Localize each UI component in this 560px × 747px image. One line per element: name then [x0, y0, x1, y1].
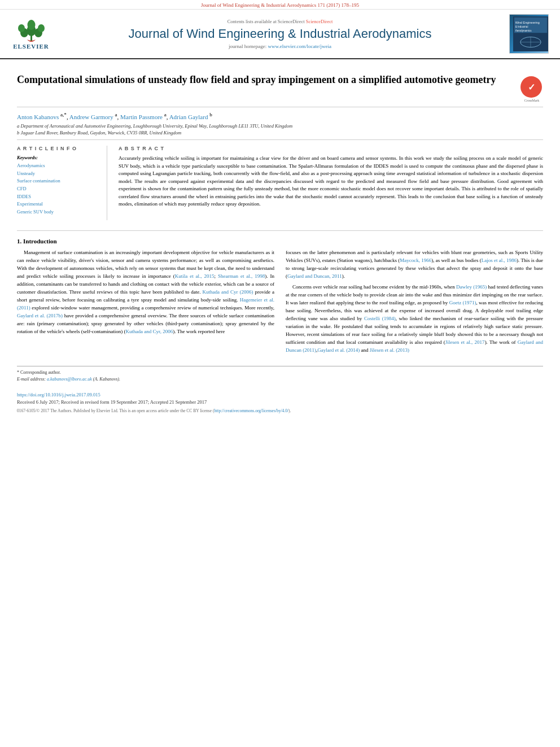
doi-link[interactable]: https://doi.org/10.1016/j.jweia.2017.09.…: [17, 392, 100, 397]
author-passmore-sup: a: [164, 112, 167, 117]
svg-text:& Industrial: & Industrial: [515, 25, 528, 28]
ref-gaylard-duncan[interactable]: Gaylard and Duncan, 2011: [287, 273, 342, 279]
svg-text:Aerodynamics: Aerodynamics: [515, 29, 532, 32]
keyword-suv: Generic SUV body: [17, 208, 98, 216]
footnote-email: E-mail address: a.kabanovs@lboro.ac.uk (…: [17, 376, 543, 383]
article-info-panel: A R T I C L E I N F O Keywords: Aerodyna…: [17, 146, 107, 220]
svg-text:Wind Engineering: Wind Engineering: [515, 21, 540, 24]
keyword-surface-contamination: Surface contamination: [17, 177, 98, 185]
journal-homepage-link[interactable]: www.elsevier.com/locate/jweia: [268, 43, 331, 49]
journal-homepage: journal homepage: www.elsevier.com/locat…: [56, 43, 504, 49]
article-info-title: A R T I C L E I N F O: [17, 146, 98, 151]
crossmark-icon: ✓: [520, 76, 542, 98]
section-divider: [17, 230, 543, 231]
article-title: Computational simulations of unsteady fl…: [17, 73, 512, 86]
authors-section: Anton Kabanovs a,*, Andrew Garmory a, Ma…: [17, 107, 543, 139]
author-gaylard[interactable]: Adrian Gaylard: [169, 113, 208, 120]
ref-kutila[interactable]: Kutila et al., 2015: [175, 273, 215, 279]
ref-dawley[interactable]: Dawley (1965): [456, 284, 487, 290]
cover-thumbnail: Wind Engineering & Industrial Aerodynami…: [509, 14, 549, 54]
crossmark-label: CrossMark: [520, 99, 543, 102]
body-col-right: focuses on the latter phenomenon and is …: [286, 249, 543, 357]
author-kabanovs[interactable]: Anton Kabanovs: [17, 113, 59, 120]
ref-jilesen2017[interactable]: Jilesen et al., 2017: [445, 339, 485, 345]
ref-kuthada2[interactable]: Kuthada and Cyr, 2006: [126, 329, 173, 334]
footnote-email-link[interactable]: a.kabanovs@lboro.ac.uk: [47, 377, 92, 382]
introduction-heading: 1. Introduction: [17, 238, 543, 244]
doi-section: https://doi.org/10.1016/j.jweia.2017.09.…: [17, 388, 543, 405]
intro-para-right-2: Concerns over vehicle rear soiling had b…: [286, 283, 543, 354]
ref-kuthada[interactable]: Kuthada and Cyr (2006): [202, 289, 253, 295]
svg-point-5: [38, 24, 45, 32]
keywords-section: Keywords: Aerodynamics Unsteady Surface …: [17, 155, 98, 216]
author-passmore[interactable]: Martin Passmore: [120, 113, 163, 120]
journal-title-block: Contents lists available at ScienceDirec…: [56, 19, 504, 49]
banner-text: Journal of Wind Engineering & Industrial…: [201, 2, 359, 8]
affiliation-a: a Department of Aeronautical and Automot…: [17, 123, 543, 130]
elsevier-wordmark: ELSEVIER: [13, 43, 49, 50]
ref-jilesen2013[interactable]: Jilesen et al. (2013): [370, 347, 409, 353]
ref-shearman[interactable]: Shearman et al., 1998: [218, 273, 265, 279]
keywords-label: Keywords:: [17, 155, 98, 160]
svg-point-4: [18, 24, 25, 32]
ref-lajos[interactable]: Lajos et al., 1986: [482, 257, 517, 263]
ref-maycock[interactable]: Maycock, 1966: [400, 257, 431, 263]
and-text-1: and: [361, 347, 368, 353]
ref-costelli[interactable]: Costelli (1984): [364, 316, 396, 321]
ref-gaylard2017b[interactable]: Gaylard et al. (2017b): [17, 313, 63, 318]
author-kabanovs-sup: a,*: [60, 112, 67, 117]
received-text: Received 6 July 2017; Received in revise…: [17, 399, 543, 405]
license-text: 0167-6105/© 2017 The Authors. Published …: [17, 408, 543, 414]
keyword-aerodynamics: Aerodynamics: [17, 162, 98, 170]
intro-para-right-1: focuses on the latter phenomenon and is …: [286, 249, 543, 281]
article-title-section: Computational simulations of unsteady fl…: [17, 65, 543, 107]
author-garmory-sup: a: [115, 112, 117, 117]
journal-cover-image: Wind Engineering & Industrial Aerodynami…: [509, 14, 549, 54]
abstract-text: Accurately predicting vehicle soiling is…: [119, 155, 543, 208]
abstract-title: A B S T R A C T: [119, 146, 543, 151]
keyword-iddes: IDDES: [17, 193, 98, 201]
affiliation-b: b Jaguar Land Rover, Banbury Road, Gaydo…: [17, 129, 543, 137]
affiliations: a Department of Aeronautical and Automot…: [17, 123, 543, 137]
journal-banner: Journal of Wind Engineering & Industrial…: [0, 0, 560, 10]
keyword-unsteady: Unsteady: [17, 170, 98, 178]
elsevier-logo: ELSEVIER: [11, 18, 51, 50]
svg-point-6: [27, 20, 35, 30]
body-col-left: Management of surface contamination is a…: [17, 249, 274, 357]
footnote-section: * Corresponding author. E-mail address: …: [17, 366, 543, 383]
keyword-cfd: CFD: [17, 185, 98, 193]
journal-header: ELSEVIER Contents lists available at Sci…: [0, 10, 560, 59]
cover-svg: Wind Engineering & Industrial Aerodynami…: [511, 16, 550, 51]
ref-hagemeier[interactable]: Hagemeier et al. (2011): [17, 297, 274, 311]
authors-line: Anton Kabanovs a,*, Andrew Garmory a, Ma…: [17, 112, 543, 120]
body-columns: Management of surface contamination is a…: [17, 249, 543, 357]
journal-name: Journal of Wind Engineering & Industrial…: [56, 27, 504, 41]
footnote-corresponding: * Corresponding author.: [17, 369, 543, 376]
crossmark-logo[interactable]: ✓ CrossMark: [520, 76, 543, 102]
article-info-abstract: A R T I C L E I N F O Keywords: Aerodyna…: [17, 139, 543, 226]
sciencedirect-link[interactable]: ScienceDirect: [306, 19, 333, 24]
ref-gaylard2014[interactable]: Gaylard et al. (2014): [317, 347, 360, 353]
ref-goetz[interactable]: Goetz (1971): [449, 300, 476, 305]
abstract-section: A B S T R A C T Accurately predicting ve…: [119, 146, 543, 220]
paper-container: Computational simulations of unsteady fl…: [0, 59, 560, 425]
elsevier-tree-icon: [16, 18, 47, 42]
license-link[interactable]: http://creativecommons.org/licenses/by/4…: [214, 408, 288, 413]
intro-para-1: Management of surface contamination is a…: [17, 249, 274, 335]
sciencedirect-label: Contents lists available at ScienceDirec…: [56, 19, 504, 24]
keyword-experimental: Experimental: [17, 200, 98, 208]
author-garmory[interactable]: Andrew Garmory: [69, 113, 113, 120]
author-gaylard-sup: b: [209, 112, 212, 117]
